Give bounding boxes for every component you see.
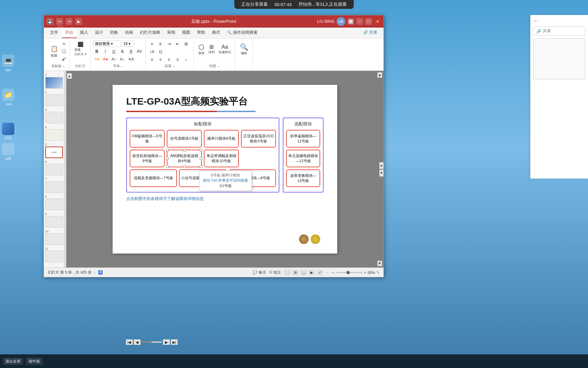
desktop-icon-computer[interactable]: 💻 uter xyxy=(2,55,14,72)
desktop-icon-ys[interactable]: SYS xyxy=(2,123,14,140)
module-ssb[interactable]: 单边带调幅及相移模块10号板 xyxy=(204,150,239,167)
comments-button[interactable]: 🗨 批注 xyxy=(269,270,281,275)
align-right[interactable]: ≡ xyxy=(165,56,173,63)
tab-home[interactable]: 开始 xyxy=(62,28,77,38)
slide-thumb-5[interactable]: 5 模块图 xyxy=(45,143,63,158)
char-spacing-button[interactable]: AV xyxy=(136,48,143,55)
close-icon[interactable]: ✕ xyxy=(374,18,381,25)
slide-thumb-8[interactable]: 8 xyxy=(45,195,63,210)
nav-slider[interactable] xyxy=(142,341,162,343)
slide-thumb-3[interactable]: 3 xyxy=(45,108,63,123)
font-color-bg-button[interactable]: A▾ xyxy=(93,56,101,63)
shapes-button[interactable]: ⬡ 形状 xyxy=(197,41,206,58)
scroll-up-btn[interactable]: ▲ xyxy=(67,73,72,79)
canvas-scroll-up[interactable]: ▲ xyxy=(377,72,382,78)
share-side-button[interactable]: 🔗 共享 xyxy=(533,27,585,36)
fit-page-btn[interactable]: ⤡ xyxy=(376,270,379,275)
quick-styles-button[interactable]: Aa 快速样式 xyxy=(217,41,233,58)
save-icon[interactable]: 💾 xyxy=(47,18,53,25)
bullets-button[interactable]: ≡ xyxy=(148,41,156,47)
nav-prev[interactable]: ◀ xyxy=(134,339,141,345)
tab-review[interactable]: 审阅 xyxy=(164,28,179,38)
text-direction-button[interactable]: ↕A xyxy=(148,48,156,55)
tab-view[interactable]: 视图 xyxy=(179,28,194,38)
slide-thumb-7[interactable]: 7 xyxy=(45,178,63,193)
convert-to-smartart[interactable]: ⊡ xyxy=(157,48,164,55)
exit-fullscreen-btn[interactable]: 退出全屏 xyxy=(3,358,23,365)
undo-icon[interactable]: ↩ xyxy=(56,18,63,25)
pip-btn[interactable]: 画中画 xyxy=(26,358,43,365)
back-arrow[interactable]: ← xyxy=(533,18,539,24)
font-family-select[interactable]: 微软雅黑 ▾ xyxy=(93,41,120,47)
numbering-button[interactable]: ① xyxy=(157,41,164,47)
canvas-scroll-right-down[interactable]: ▼ xyxy=(379,170,383,177)
font-size-increase[interactable]: A↑ xyxy=(110,56,118,63)
normal-view-btn[interactable]: ⬜ xyxy=(284,270,291,276)
nav-last[interactable]: ▶| xyxy=(171,339,178,345)
module-radio-frontend[interactable]: 收音机前端模块—9号板 xyxy=(130,150,165,167)
indent-increase[interactable]: ⇥ xyxy=(165,41,173,47)
slide-thumb-2[interactable]: 2 xyxy=(45,91,63,106)
tab-slideshow[interactable]: 幻灯片放映 xyxy=(136,28,164,38)
font-color-button[interactable]: A▾ xyxy=(102,56,109,63)
ribbon-toggle-icon[interactable]: ⬜ xyxy=(347,18,354,25)
paste-button[interactable]: 📋 粘贴 xyxy=(49,42,60,61)
fit-screen-btn[interactable]: ⤢ xyxy=(316,270,323,276)
line-spacing[interactable]: ↕ xyxy=(182,56,190,63)
tab-format[interactable]: 格式 xyxy=(209,28,224,38)
italic-button[interactable]: I xyxy=(102,48,109,55)
tab-design[interactable]: 设计 xyxy=(92,28,107,38)
presentation-icon[interactable]: ▶ xyxy=(75,18,82,25)
decoration-globe[interactable] xyxy=(299,234,309,244)
align-center[interactable]: ≡ xyxy=(157,56,164,63)
share-input-area[interactable] xyxy=(533,39,585,79)
cut-button[interactable]: ✂ xyxy=(60,41,68,47)
tab-help[interactable]: 帮助 xyxy=(194,28,209,38)
slide-thumb-11[interactable]: 11 xyxy=(45,247,63,262)
slide-sorter-btn[interactable]: ⊞ xyxy=(292,270,299,276)
user-avatar[interactable]: LB xyxy=(337,17,345,26)
tab-animations[interactable]: 动画 xyxy=(121,28,136,38)
zoom-out-btn[interactable]: ─ xyxy=(331,271,334,275)
desktop-icon-soft[interactable]: soft xyxy=(2,143,14,160)
module-filter-circuit[interactable]: 单元选频电路模块—12号板 xyxy=(286,150,320,167)
slide-thumb-9[interactable]: 9 xyxy=(45,212,63,228)
bold-button[interactable]: B xyxy=(93,48,101,55)
zoom-slider-track[interactable] xyxy=(336,272,363,273)
slide-thumb-10[interactable]: 10 xyxy=(45,230,63,245)
module-freq-counter[interactable]: 频率计模块6号板 6号板 频率计模块 按住 Ctrl 并单击可访问链接 1U号板 xyxy=(204,130,239,148)
clear-format-button[interactable]: ✕A xyxy=(127,56,135,63)
module-mixer[interactable]: 混频及变频模块—7号板 xyxy=(130,169,177,187)
canvas-scroll-down[interactable]: ▼ xyxy=(377,261,382,266)
arrange-button[interactable]: ⊞ 排列 xyxy=(207,41,216,58)
decoration-globe-2[interactable] xyxy=(311,234,320,244)
strikethrough-button[interactable]: S xyxy=(119,48,126,55)
module-slope-detector[interactable]: 斜率鉴频模块—11号板 xyxy=(286,130,320,148)
font-size-select[interactable]: 18 ▾ xyxy=(122,41,134,47)
text-shadow-button[interactable]: A̲ xyxy=(127,48,135,55)
share-button[interactable]: 🔗 共享 xyxy=(360,28,381,38)
canvas-scroll-right-up[interactable]: ▲ xyxy=(379,162,383,169)
format-painter-button[interactable]: 🖌 xyxy=(60,56,68,62)
redo-icon[interactable]: ↪ xyxy=(66,18,72,25)
reading-view-btn[interactable]: 📖 xyxy=(300,270,307,276)
slide-thumb-6[interactable]: 6 xyxy=(45,160,63,175)
slide-thumb-4[interactable]: 4 xyxy=(45,125,63,141)
module-sine-vco[interactable]: 正弦波振荡及VCO模块3号板 xyxy=(241,130,276,148)
maximize-icon[interactable]: ☐ xyxy=(365,18,372,25)
tab-file[interactable]: 文件 xyxy=(47,28,62,38)
module-waveform-convert[interactable]: 波形变换模块—13号板 xyxy=(286,169,320,187)
new-slide-button[interactable]: ⬛ 新建幻灯片 ▾ xyxy=(73,41,88,58)
align-justify[interactable]: ≡ xyxy=(174,56,181,63)
zoom-in-btn[interactable]: + xyxy=(364,271,366,275)
nav-first[interactable]: |◀ xyxy=(126,339,133,345)
tab-transitions[interactable]: 切换 xyxy=(107,28,121,38)
edit-button[interactable]: 🔍 编辑 xyxy=(238,41,250,58)
indent-decrease[interactable]: ⇤ xyxy=(174,41,181,47)
slideshow-btn[interactable]: ▶ xyxy=(308,270,315,276)
font-size-decrease[interactable]: A↓ xyxy=(119,56,126,63)
module-signal-source[interactable]: 信号源模块1号板 xyxy=(167,130,202,148)
slide-thumb-1[interactable]: 1 xyxy=(45,73,63,89)
columns-button[interactable]: ⊞ xyxy=(182,41,190,47)
tab-search[interactable]: 🔍 操作说明搜索 xyxy=(224,28,261,38)
